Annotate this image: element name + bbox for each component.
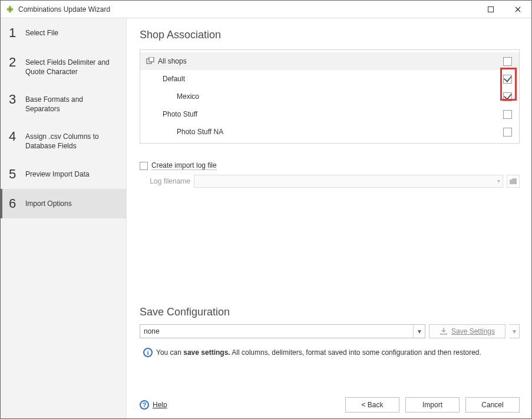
shop-icon: [145, 74, 160, 84]
help-icon: ?: [140, 400, 149, 410]
wizard-footer: ? Help < Back Import Cancel: [140, 391, 520, 413]
log-filename-label: Log filename: [140, 177, 190, 185]
configuration-select[interactable]: none ▾: [140, 324, 425, 338]
shop-all-checkbox[interactable]: [503, 57, 512, 66]
step-5[interactable]: 5 Preview Import Data: [1, 159, 126, 189]
create-log-label: Create import log file: [151, 161, 217, 170]
title-bar: Combinations Update Wizard: [1, 1, 531, 18]
create-log-checkbox[interactable]: [140, 162, 148, 170]
wizard-steps-sidebar: 1 Select File 2 Select Fields Delimiter …: [1, 18, 127, 418]
window-title: Combinations Update Wizard: [18, 5, 477, 14]
window-close-button[interactable]: [504, 1, 531, 18]
browse-log-file-button[interactable]: [507, 175, 520, 188]
step-6[interactable]: 6 Import Options: [1, 189, 126, 218]
log-filename-input[interactable]: ▾: [194, 175, 503, 188]
save-configuration-section: Save Configuration none ▾ Save Settings …: [140, 306, 520, 362]
step-2[interactable]: 2 Select Fields Delimiter and Quote Char…: [1, 48, 126, 85]
import-button[interactable]: Import: [405, 397, 460, 413]
content-pane: Shop Association All shops Default: [127, 18, 531, 418]
svg-point-0: [9, 8, 11, 10]
chevron-down-icon: ▾: [497, 178, 500, 184]
shop-association-panel: All shops Default Mexico: [140, 49, 520, 144]
shop-mexico-checkbox[interactable]: [503, 92, 512, 101]
save-configuration-heading: Save Configuration: [140, 306, 520, 318]
save-settings-dropdown[interactable]: ▾: [509, 324, 520, 338]
save-icon: [440, 327, 448, 335]
log-section: Create import log file Log filename ▾: [140, 161, 520, 188]
window-maximize-button[interactable]: [477, 1, 504, 18]
info-icon: i: [143, 348, 153, 357]
shop-row-default[interactable]: Default: [140, 70, 519, 88]
shop-sub-icon: [145, 92, 174, 101]
app-icon: [5, 5, 15, 14]
shop-association-heading: Shop Association: [140, 29, 520, 41]
shop-photostuff-checkbox[interactable]: [503, 110, 512, 119]
step-1[interactable]: 1 Select File: [1, 18, 126, 48]
shop-icon: [145, 109, 160, 119]
shops-group-icon: [145, 56, 156, 66]
shop-row-photostuff[interactable]: Photo Stuff: [140, 105, 519, 123]
shop-row-all[interactable]: All shops: [140, 52, 519, 70]
shop-row-photostuff-na[interactable]: Photo Stuff NA: [140, 123, 519, 141]
chevron-down-icon: ▾: [413, 325, 425, 338]
shop-sub-icon: [145, 127, 174, 137]
step-4[interactable]: 4 Assign .csv Columns to Database Fields: [1, 122, 126, 159]
shop-photostuff-na-checkbox[interactable]: [503, 128, 512, 137]
cancel-button[interactable]: Cancel: [465, 397, 520, 413]
save-settings-info: i You can save settings. All columns, de…: [140, 343, 520, 362]
back-button[interactable]: < Back: [345, 397, 399, 413]
save-settings-button[interactable]: Save Settings: [429, 324, 505, 338]
svg-rect-3: [149, 57, 154, 62]
svg-rect-1: [488, 6, 494, 12]
shop-default-checkbox[interactable]: [503, 75, 512, 84]
step-3[interactable]: 3 Base Formats and Separators: [1, 85, 126, 122]
help-link[interactable]: ? Help: [140, 400, 167, 410]
shop-row-mexico[interactable]: Mexico: [140, 88, 519, 105]
